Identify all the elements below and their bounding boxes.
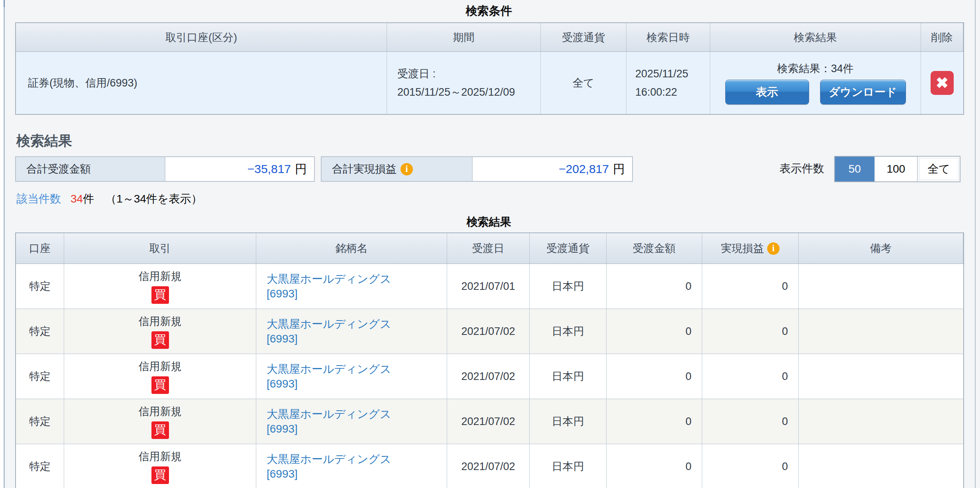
- stock-name-link[interactable]: 大黒屋ホールディングス: [267, 317, 391, 331]
- stock-code-link[interactable]: [6993]: [267, 286, 298, 301]
- cond-datetime-cell: 2025/11/25 16:00:22: [626, 52, 710, 114]
- res-header-note: 備考: [799, 233, 963, 264]
- page-right-border: [975, 0, 976, 488]
- conditions-title: 検索条件: [15, 3, 962, 19]
- trade-type-label: 信用新規: [139, 269, 182, 283]
- res-header-account: 口座: [16, 233, 64, 264]
- results-table: 口座 取引 銘柄名 受渡日 受渡通貨 受渡金額 実現損益 i 備考 特定信用新規…: [15, 232, 964, 488]
- note-cell: [799, 354, 963, 399]
- hit-count-value: 34: [71, 193, 83, 205]
- cond-account-cell: 証券(現物、信用/6993): [16, 52, 387, 114]
- page-left-margin: [0, 0, 4, 488]
- cond-currency-cell: 全て: [541, 52, 626, 114]
- amount-cell: 0: [607, 399, 702, 444]
- res-header-date: 受渡日: [447, 233, 530, 264]
- delete-button[interactable]: ✖: [931, 71, 954, 95]
- search-date: 2025/11/25: [635, 65, 688, 83]
- display-count-option-100[interactable]: 100: [874, 157, 917, 181]
- search-conditions-table: 取引口座(区分) 期間 受渡通貨 検索日時 検索結果 削除 証券(現物、信用/6…: [15, 22, 964, 115]
- stock-name-link[interactable]: 大黒屋ホールディングス: [267, 407, 391, 421]
- total-settlement-label: 合計受渡金額: [16, 157, 165, 181]
- realized-pl-cell: 0: [702, 354, 799, 399]
- res-header-pl-label: 実現損益: [721, 241, 764, 256]
- buy-badge: 買: [151, 466, 169, 484]
- stock-code-link[interactable]: [6993]: [267, 466, 298, 481]
- res-header-trade: 取引: [64, 233, 256, 264]
- note-cell: [799, 264, 963, 309]
- total-settlement-box: 合計受渡金額 −35,817 円: [15, 156, 315, 182]
- hit-count-unit: 件: [83, 193, 94, 205]
- display-count-label: 表示件数: [780, 161, 824, 176]
- buy-badge: 買: [151, 421, 169, 439]
- info-icon[interactable]: i: [767, 242, 780, 255]
- hit-count-range: （1～34件を表示）: [105, 193, 202, 205]
- total-settlement-value: −35,817: [247, 162, 291, 176]
- settlement-date-cell: 2021/07/02: [447, 309, 530, 354]
- settlement-date-cell: 2021/07/01: [447, 264, 530, 309]
- stock-code-link[interactable]: [6993]: [267, 376, 298, 391]
- search-time: 16:00:22: [635, 83, 688, 101]
- account-type-cell: 特定: [16, 444, 64, 488]
- stock-name-cell: 大黒屋ホールディングス[6993]: [256, 444, 447, 488]
- cond-header-period: 期間: [387, 23, 541, 52]
- page-left-border-top: [4, 0, 5, 7]
- account-type-cell: 特定: [16, 399, 64, 444]
- trade-type-label: 信用新規: [139, 404, 182, 419]
- buy-badge: 買: [151, 286, 169, 304]
- currency-cell: 日本円: [530, 309, 607, 354]
- amount-cell: 0: [607, 309, 702, 354]
- period-value: 2015/11/25～2025/12/09: [397, 83, 515, 101]
- stock-code-link[interactable]: [6993]: [267, 421, 298, 436]
- total-pl-label: 合計実現損益: [332, 162, 397, 176]
- trade-type-label: 信用新規: [139, 449, 182, 464]
- stock-name-cell: 大黒屋ホールディングス[6993]: [256, 354, 447, 399]
- display-count-control: 50 100 全て: [834, 156, 960, 182]
- currency-cell: 日本円: [530, 444, 607, 488]
- cond-period-cell: 受渡日 : 2015/11/25～2025/12/09: [387, 52, 541, 114]
- cond-header-result: 検索結果: [710, 23, 921, 52]
- settlement-date-cell: 2021/07/02: [447, 444, 530, 488]
- stock-name-link[interactable]: 大黒屋ホールディングス: [267, 272, 391, 286]
- account-type-cell: 特定: [16, 309, 64, 354]
- cond-result-cell: 検索結果：34件 表示 ダウンロード: [710, 52, 921, 114]
- res-header-stock: 銘柄名: [256, 233, 447, 264]
- res-header-pl: 実現損益 i: [702, 233, 799, 264]
- info-icon[interactable]: i: [401, 163, 413, 175]
- amount-cell: 0: [607, 354, 702, 399]
- stock-name-cell: 大黒屋ホールディングス[6993]: [256, 309, 447, 354]
- download-button[interactable]: ダウンロード: [820, 80, 906, 104]
- amount-cell: 0: [607, 444, 702, 488]
- display-count-option-all[interactable]: 全て: [917, 157, 960, 181]
- realized-pl-cell: 0: [702, 399, 799, 444]
- display-count-option-50[interactable]: 50: [835, 157, 874, 181]
- currency-cell: 日本円: [530, 354, 607, 399]
- settlement-date-cell: 2021/07/02: [447, 399, 530, 444]
- hit-count-label: 該当件数: [16, 193, 61, 205]
- results-table-title: 検索結果: [15, 214, 962, 230]
- realized-pl-cell: 0: [702, 309, 799, 354]
- stock-code-link[interactable]: [6993]: [267, 331, 298, 346]
- trade-type-cell: 信用新規買: [64, 399, 256, 444]
- res-header-amount: 受渡金額: [607, 233, 702, 264]
- results-heading: 検索結果: [16, 132, 72, 150]
- total-settlement-unit: 円: [295, 161, 307, 177]
- cond-delete-cell: ✖: [921, 52, 963, 114]
- cond-header-delete: 削除: [921, 23, 963, 52]
- stock-name-link[interactable]: 大黒屋ホールディングス: [267, 362, 391, 376]
- cond-header-currency: 受渡通貨: [541, 23, 626, 52]
- amount-cell: 0: [607, 264, 702, 309]
- trade-type-cell: 信用新規買: [64, 444, 256, 488]
- trade-type-cell: 信用新規買: [64, 264, 256, 309]
- show-button[interactable]: 表示: [725, 80, 809, 104]
- trade-type-label: 信用新規: [139, 314, 182, 329]
- page-left-border: [4, 0, 5, 488]
- currency-cell: 日本円: [530, 399, 607, 444]
- total-pl-value: −202,817: [559, 162, 609, 176]
- buy-badge: 買: [151, 331, 169, 349]
- trade-type-label: 信用新規: [139, 359, 182, 374]
- total-pl-unit: 円: [613, 161, 625, 177]
- period-label: 受渡日 :: [397, 65, 515, 83]
- stock-name-link[interactable]: 大黒屋ホールディングス: [267, 452, 391, 466]
- realized-pl-cell: 0: [702, 264, 799, 309]
- trade-type-cell: 信用新規買: [64, 354, 256, 399]
